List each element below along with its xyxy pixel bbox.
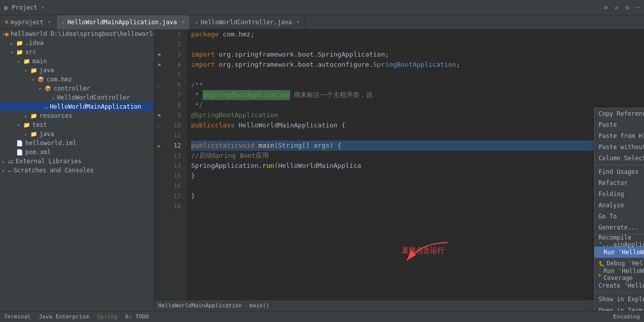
gutter-line-17 <box>154 191 164 201</box>
code-line-11 <box>191 130 640 141</box>
status-java-enterprise[interactable]: Java Enterprise <box>39 313 89 320</box>
settings-icon[interactable]: ⚙ <box>626 4 629 11</box>
gutter-line-11 <box>154 130 164 141</box>
layout-icon[interactable]: ⇄ <box>615 4 618 11</box>
sidebar-item-java[interactable]: ▾ 📁 java <box>0 66 154 75</box>
status-terminal[interactable]: Terminal <box>4 313 31 320</box>
sidebar-item-pom[interactable]: ▸ 📄 pom.xml <box>0 148 154 157</box>
sidebar-item-resources[interactable]: ▸ 📁 resources <box>0 111 154 120</box>
sidebar-item-src[interactable]: ▾ 📁 src <box>0 48 154 57</box>
sidebar-item-resources-label: resources <box>39 112 72 119</box>
menu-recompile[interactable]: Recompile '...ainApplication.java' Ctrl+… <box>594 236 644 247</box>
status-spring[interactable]: Spring <box>97 313 117 320</box>
menu-find-usages-label: Find Usages <box>599 168 638 175</box>
menu-column-selection[interactable]: Column Selection Mode Alt+Shift+Insert <box>594 153 644 164</box>
menu-create[interactable]: Create 'HelloWorldMainApplic...' <box>594 280 644 291</box>
menu-run-coverage[interactable]: ▶ Run 'HelloWorldMainApplic...' with Cov… <box>594 269 644 280</box>
tab-helloworldmain[interactable]: ☕ HelloWorldMainApplication.java × <box>57 15 190 29</box>
code-line-14: SpringApplication.run(HelloWorldMainAppl… <box>191 161 640 171</box>
sidebar-item-main[interactable]: ▾ 📁 main <box>0 57 154 66</box>
ln-8: 8 <box>164 100 183 110</box>
sidebar-item-extlibs[interactable]: ▸ 🗂 External Libraries <box>0 157 154 166</box>
source-root-icon: 📁 <box>30 131 37 137</box>
menu-open-terminal-label: Open in Terminal <box>599 307 644 311</box>
expand-arrow: ▸ <box>24 131 30 137</box>
tab-helloworldcontroller-close[interactable]: × <box>297 19 300 25</box>
menu-create-label: Create 'HelloWorldMainApplic...' <box>599 282 644 289</box>
expand-arrow: ▸ <box>10 40 16 46</box>
breadcrumb-main[interactable]: HelloWorldMainApplication <box>158 302 242 309</box>
menu-analyze[interactable]: Analyze ▶ <box>594 200 644 211</box>
title-label: Project <box>12 4 37 11</box>
minimize-icon[interactable]: ─ <box>636 4 640 11</box>
menu-run[interactable]: ▶ Run 'HelloWorldMainApplic...' Ctrl+Shi… <box>594 247 644 258</box>
breadcrumb-method[interactable]: main() <box>249 302 269 309</box>
menu-paste-noformat-label: Paste without Formatting <box>599 144 644 151</box>
sidebar-item-test[interactable]: ▾ 📁 test <box>0 120 154 129</box>
menu-debug-label: Debug 'HelloWorldMainApplic...' <box>607 260 644 267</box>
tab-myproject-close[interactable]: × <box>48 19 51 25</box>
context-menu: Copy Reference Ctrl+Alt+Shift+C Paste Ct… <box>594 108 644 311</box>
menu-show-explorer[interactable]: Show in Explorer <box>594 294 644 305</box>
status-todo[interactable]: 6: TODO <box>125 313 149 320</box>
tab-myproject-icon: m <box>5 19 8 25</box>
sidebar-item-java2[interactable]: ▸ 📁 java <box>0 129 154 139</box>
menu-paste-noformat[interactable]: Paste without Formatting Ctrl+Alt+Shift+… <box>594 142 644 153</box>
menu-open-terminal[interactable]: Open in Terminal <box>594 305 644 311</box>
menu-generate[interactable]: Generate... Alt+Insert <box>594 222 644 233</box>
gutter-line-12: ▶ <box>154 141 164 151</box>
sidebar-item-comhmz[interactable]: ▾ 📦 com.hmz <box>0 75 154 84</box>
expand-arrow: ▾ <box>38 86 44 91</box>
expand-arrow: ▾ <box>17 59 23 64</box>
sidebar-item-scratches[interactable]: ▸ ✏ Scratches and Consoles <box>0 166 154 175</box>
code-line-17: } <box>191 191 640 201</box>
sidebar-item-hwcontroller[interactable]: ▸ ☕ HelloWorldController <box>0 93 154 102</box>
menu-folding[interactable]: Folding ▶ <box>594 189 644 200</box>
gutter-line-1 <box>154 29 164 39</box>
menu-run-coverage-label: Run 'HelloWorldMainApplic...' with Cover… <box>604 267 644 282</box>
package-icon: 📦 <box>37 76 44 83</box>
sidebar-item-idea[interactable]: ▸ 📁 .idea <box>0 38 154 48</box>
sidebar-item-controller[interactable]: ▾ 📦 controller <box>0 84 154 93</box>
tab-myproject[interactable]: m myproject × <box>0 15 57 29</box>
java-file-icon: ☕ <box>52 95 55 101</box>
gutter-line-7 <box>154 90 164 100</box>
menu-analyze-label: Analyze <box>599 202 624 209</box>
menu-goto[interactable]: Go To ▶ <box>594 211 644 222</box>
gutter-line-14 <box>154 161 164 171</box>
breadcrumb-bar: HelloWorldMainApplication › main() <box>154 300 644 311</box>
gutter: ⚑ ⚑ ○ ⚑ ○ ▶ <box>154 29 164 300</box>
menu-paste[interactable]: Paste Ctrl+V <box>594 119 644 130</box>
tab-helloworldcontroller[interactable]: ☕ HelloWorldController.java × <box>190 15 305 29</box>
sidebar-item-hwmain[interactable]: ▸ ☕ HelloWorldMainApplication <box>0 102 154 111</box>
sidebar-item-iml-label: helloworld.iml <box>25 140 76 147</box>
menu-paste-history[interactable]: Paste from History... Ctrl+Shift+V <box>594 130 644 142</box>
title-dropdown-icon[interactable]: ▾ <box>41 5 44 10</box>
code-line-15: } <box>191 171 640 181</box>
sidebar-item-iml[interactable]: ▸ 📄 helloworld.iml <box>0 139 154 148</box>
tab-helloworldmain-close[interactable]: × <box>181 19 185 25</box>
status-encoding[interactable]: Encoding <box>613 313 640 320</box>
run-arrow <box>356 238 457 268</box>
debug-icon: 🐛 <box>599 261 605 266</box>
add-icon[interactable]: ⊕ <box>604 4 608 11</box>
tab-helloworldmain-label: HelloWorldMainApplication.java <box>67 19 177 26</box>
sidebar-item-helloworld[interactable]: ▾ ▣ helloworld D:\idea\springboot\hellow… <box>0 29 154 38</box>
menu-recompile-label: Recompile '...ainApplication.java' <box>599 234 644 248</box>
menu-copy-reference[interactable]: Copy Reference Ctrl+Alt+Shift+C <box>594 108 644 119</box>
expand-arrow: ▸ <box>10 150 16 155</box>
tab-helloworldcontroller-label: HelloWorldController.java <box>201 19 292 26</box>
ln-10: 10 <box>164 120 183 130</box>
menu-refactor[interactable]: Refactor ▶ <box>594 177 644 189</box>
expand-arrow: ▸ <box>38 104 44 110</box>
ln-5: 5 <box>164 70 183 80</box>
ln-1: 1 <box>164 29 183 39</box>
code-line-2 <box>191 39 640 50</box>
menu-generate-label: Generate... <box>599 224 638 231</box>
ln-14: 14 <box>164 161 183 171</box>
gutter-line-6: ○ <box>154 80 164 90</box>
menu-find-usages[interactable]: Find Usages Alt+F7 <box>594 166 644 177</box>
run-icon: ▶ <box>599 250 602 255</box>
folder-icon: 📁 <box>16 40 23 47</box>
sidebar-item-java2-label: java <box>39 130 54 137</box>
